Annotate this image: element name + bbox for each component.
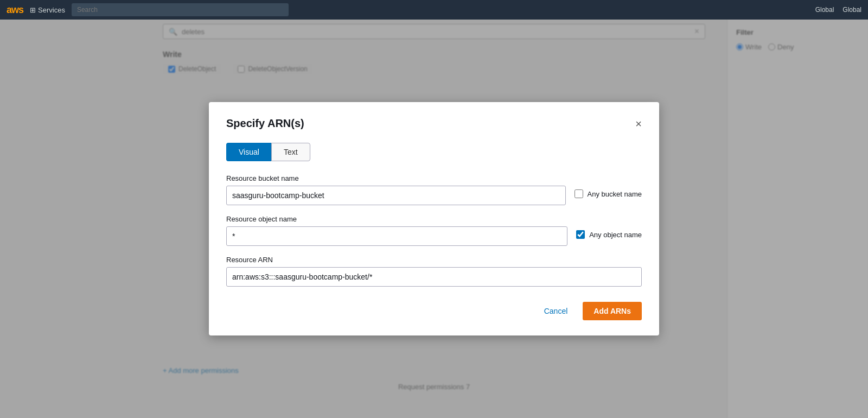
add-arns-button[interactable]: Add ARNs <box>583 302 642 320</box>
services-menu[interactable]: ⊞ Services <box>30 6 65 14</box>
top-navigation: aws ⊞ Services Global Global <box>0 0 868 20</box>
object-name-input[interactable] <box>226 226 567 246</box>
resource-arn-input[interactable] <box>226 267 642 287</box>
resource-arn-section: Resource ARN <box>226 256 642 287</box>
global-search-input[interactable] <box>72 3 289 16</box>
grid-icon: ⊞ <box>30 6 36 14</box>
any-object-name-group: Any object name <box>576 215 642 239</box>
modal-title: Specify ARN(s) <box>226 117 304 130</box>
tab-text[interactable]: Text <box>271 143 310 161</box>
arn-label: Resource ARN <box>226 256 642 264</box>
modal-backdrop: Specify ARN(s) × Visual Text Resource bu… <box>0 20 868 418</box>
any-object-checkbox[interactable] <box>576 230 585 239</box>
nav-region[interactable]: Global <box>815 6 834 14</box>
nav-account[interactable]: Global <box>843 6 861 14</box>
bucket-name-group: Resource bucket name <box>226 174 566 205</box>
object-name-group: Resource object name <box>226 215 567 246</box>
aws-logo: aws <box>7 4 23 16</box>
bucket-name-label: Resource bucket name <box>226 174 566 182</box>
view-tabs: Visual Text <box>226 143 642 161</box>
nav-right: Global Global <box>815 6 861 14</box>
services-label: Services <box>38 6 65 14</box>
any-bucket-name-group: Any bucket name <box>575 174 642 198</box>
modal-header: Specify ARN(s) × <box>226 117 642 130</box>
object-name-label: Resource object name <box>226 215 567 223</box>
any-object-label[interactable]: Any object name <box>589 231 642 239</box>
bucket-name-input[interactable] <box>226 186 566 205</box>
object-name-row: Resource object name Any object name <box>226 215 642 246</box>
cancel-button[interactable]: Cancel <box>535 302 577 320</box>
any-bucket-checkbox[interactable] <box>575 189 583 198</box>
modal-close-button[interactable]: × <box>635 118 642 129</box>
tab-visual[interactable]: Visual <box>226 143 271 161</box>
modal-footer: Cancel Add ARNs <box>226 302 642 320</box>
any-bucket-label[interactable]: Any bucket name <box>588 190 642 198</box>
specify-arns-dialog: Specify ARN(s) × Visual Text Resource bu… <box>209 102 659 335</box>
bucket-name-row: Resource bucket name Any bucket name <box>226 174 642 205</box>
